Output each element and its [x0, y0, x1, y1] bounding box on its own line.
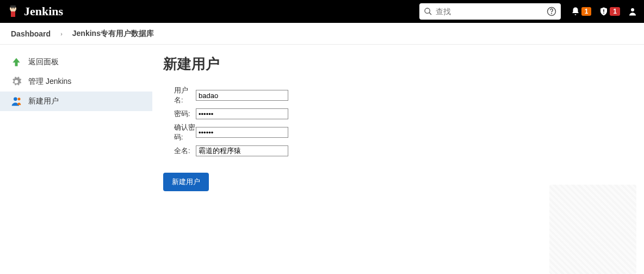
- user-menu[interactable]: [628, 7, 637, 16]
- help-icon[interactable]: [547, 7, 556, 16]
- breadcrumbs: Dashboard › Jenkins专有用户数据库: [0, 23, 644, 45]
- qr-code-watermark: [549, 185, 636, 274]
- alert-badge: 1: [610, 7, 620, 16]
- svg-rect-2: [11, 11, 15, 17]
- sidebar-item-newuser[interactable]: 新建用户: [0, 92, 152, 111]
- fullname-label: 全名:: [163, 146, 196, 156]
- password-label: 密码:: [163, 109, 196, 119]
- confirm-password-label: 确认密码:: [163, 123, 196, 142]
- search-icon: [424, 7, 432, 16]
- username-input[interactable]: [196, 90, 288, 101]
- bell-icon: [571, 7, 580, 16]
- sidebar-item-back[interactable]: 返回面板: [0, 52, 152, 72]
- sidebar-item-label: 管理 Jenkins: [28, 77, 71, 87]
- brand-text: Jenkins: [24, 4, 63, 19]
- main-content: 新建用户 用户名: 密码: 确认密码: 全名: 新建用户: [152, 45, 644, 201]
- person-icon: [628, 7, 637, 16]
- fullname-input[interactable]: [196, 145, 288, 156]
- svg-rect-10: [604, 13, 605, 14]
- notifications-button[interactable]: 1: [571, 7, 592, 16]
- sidebar-item-label: 返回面板: [28, 57, 59, 67]
- shield-icon: [599, 7, 609, 16]
- chevron-right-icon: ›: [60, 31, 63, 37]
- search-input[interactable]: [436, 7, 543, 16]
- user-icon: [11, 96, 22, 107]
- username-label: 用户名:: [163, 86, 196, 105]
- sidebar-item-manage[interactable]: 管理 Jenkins: [0, 72, 152, 92]
- sidebar: 返回面板 管理 Jenkins 新建用户: [0, 45, 152, 201]
- svg-point-11: [631, 8, 634, 11]
- svg-point-3: [11, 8, 13, 9]
- svg-point-5: [425, 8, 430, 13]
- create-user-button[interactable]: 新建用户: [163, 173, 209, 191]
- svg-rect-1: [10, 5, 16, 8]
- gear-icon: [11, 76, 22, 87]
- password-input[interactable]: [196, 108, 288, 119]
- page-title: 新建用户: [163, 54, 633, 74]
- breadcrumb-dashboard[interactable]: Dashboard: [11, 29, 51, 38]
- svg-line-6: [429, 13, 431, 15]
- breadcrumb-userdb[interactable]: Jenkins专有用户数据库: [72, 29, 154, 39]
- svg-point-8: [551, 13, 552, 14]
- jenkins-logo-icon: [7, 4, 20, 19]
- logo[interactable]: Jenkins: [7, 4, 63, 19]
- search-box[interactable]: [419, 3, 561, 20]
- svg-point-13: [18, 98, 21, 100]
- confirm-password-input[interactable]: [196, 127, 288, 138]
- arrow-up-icon: [11, 57, 22, 68]
- top-actions: 1 1: [571, 7, 637, 16]
- alerts-button[interactable]: 1: [599, 7, 620, 16]
- svg-point-12: [14, 98, 17, 101]
- sidebar-item-label: 新建用户: [28, 96, 59, 106]
- topbar: Jenkins 1 1: [0, 0, 644, 23]
- svg-rect-9: [604, 9, 605, 12]
- svg-point-4: [14, 8, 15, 9]
- notification-badge: 1: [581, 7, 592, 16]
